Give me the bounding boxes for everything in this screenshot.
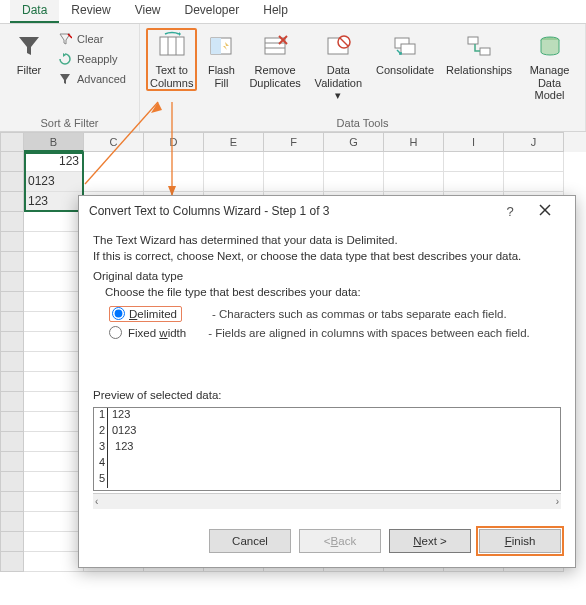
- preview-box: 1123 20123 3 123 4 5: [93, 407, 561, 491]
- group-label-datatools: Data Tools: [337, 115, 389, 129]
- clear-button[interactable]: Clear: [53, 30, 130, 48]
- finish-button[interactable]: Finish: [479, 529, 561, 553]
- cell[interactable]: [204, 172, 264, 192]
- tab-review[interactable]: Review: [59, 0, 122, 23]
- row-header[interactable]: [0, 292, 24, 312]
- row-header[interactable]: [0, 372, 24, 392]
- cell[interactable]: [24, 232, 84, 252]
- tab-help[interactable]: Help: [251, 0, 300, 23]
- row-header[interactable]: [0, 152, 24, 172]
- row-header[interactable]: [0, 512, 24, 532]
- cell[interactable]: [24, 512, 84, 532]
- col-header-j[interactable]: J: [504, 132, 564, 152]
- row-header[interactable]: [0, 412, 24, 432]
- row-header[interactable]: [0, 232, 24, 252]
- close-button[interactable]: [525, 204, 565, 219]
- preview-scrollbar[interactable]: ‹›: [93, 493, 561, 509]
- row-header[interactable]: [0, 212, 24, 232]
- fixed-width-radio[interactable]: [109, 326, 122, 339]
- row-header[interactable]: [0, 452, 24, 472]
- row-header[interactable]: [0, 332, 24, 352]
- cell[interactable]: [24, 492, 84, 512]
- row-header[interactable]: [0, 532, 24, 552]
- cell[interactable]: [444, 152, 504, 172]
- cell[interactable]: [144, 172, 204, 192]
- cell[interactable]: [264, 152, 324, 172]
- data-validation-button[interactable]: Data Validation ▾: [309, 28, 368, 104]
- tab-data[interactable]: Data: [10, 0, 59, 23]
- delimited-radio[interactable]: [112, 307, 125, 320]
- cell[interactable]: 0123: [24, 172, 84, 192]
- manage-data-model-button[interactable]: Manage Data Model: [520, 28, 579, 104]
- col-header-g[interactable]: G: [324, 132, 384, 152]
- tab-developer[interactable]: Developer: [173, 0, 252, 23]
- group-sort-filter: Filter Clear Reapply Advanced Sort & Fil…: [0, 24, 140, 131]
- cell[interactable]: [24, 472, 84, 492]
- row-header[interactable]: [0, 352, 24, 372]
- reapply-button[interactable]: Reapply: [53, 50, 130, 68]
- cell[interactable]: [24, 312, 84, 332]
- row-header[interactable]: [0, 192, 24, 212]
- row-header[interactable]: [0, 312, 24, 332]
- remove-duplicates-button[interactable]: Remove Duplicates: [245, 28, 304, 91]
- cell[interactable]: [24, 372, 84, 392]
- col-header-e[interactable]: E: [204, 132, 264, 152]
- cell[interactable]: 123: [24, 192, 84, 212]
- col-header-f[interactable]: F: [264, 132, 324, 152]
- relationships-button[interactable]: Relationships: [442, 28, 516, 79]
- row-header[interactable]: [0, 552, 24, 572]
- cell[interactable]: [24, 552, 84, 572]
- cell[interactable]: [504, 152, 564, 172]
- cell[interactable]: [24, 292, 84, 312]
- advanced-button[interactable]: Advanced: [53, 70, 130, 88]
- help-button[interactable]: ?: [495, 204, 525, 219]
- cell[interactable]: [24, 212, 84, 232]
- col-header-d[interactable]: D: [144, 132, 204, 152]
- row-header[interactable]: [0, 172, 24, 192]
- cell[interactable]: [24, 272, 84, 292]
- flash-fill-icon: [205, 30, 237, 62]
- cell[interactable]: [324, 172, 384, 192]
- fixed-width-label: Fixed width: [128, 327, 186, 339]
- cell[interactable]: [24, 452, 84, 472]
- cell[interactable]: [204, 152, 264, 172]
- cell[interactable]: [84, 172, 144, 192]
- cell[interactable]: [24, 252, 84, 272]
- next-button[interactable]: Next >: [389, 529, 471, 553]
- cell[interactable]: [144, 152, 204, 172]
- cell[interactable]: [24, 532, 84, 552]
- row-header[interactable]: [0, 432, 24, 452]
- row-header[interactable]: [0, 392, 24, 412]
- row-header[interactable]: [0, 272, 24, 292]
- cell[interactable]: [444, 172, 504, 192]
- cell[interactable]: [24, 332, 84, 352]
- cell[interactable]: [504, 172, 564, 192]
- cell[interactable]: [24, 392, 84, 412]
- cell[interactable]: [384, 172, 444, 192]
- wizard-line1: The Text Wizard has determined that your…: [93, 234, 561, 246]
- cell[interactable]: [264, 172, 324, 192]
- clear-icon: [57, 31, 73, 47]
- cell[interactable]: [24, 352, 84, 372]
- row-header[interactable]: [0, 472, 24, 492]
- col-header-b[interactable]: B: [24, 132, 84, 152]
- cell[interactable]: [324, 152, 384, 172]
- cancel-button[interactable]: Cancel: [209, 529, 291, 553]
- filter-button[interactable]: Filter: [9, 28, 49, 79]
- cell[interactable]: [24, 412, 84, 432]
- cell[interactable]: 123: [24, 152, 84, 172]
- text-to-columns-button[interactable]: Text to Columns: [146, 28, 197, 91]
- row-header[interactable]: [0, 492, 24, 512]
- flash-fill-button[interactable]: Flash Fill: [201, 28, 241, 91]
- select-all-corner[interactable]: [0, 132, 24, 152]
- row-header[interactable]: [0, 252, 24, 272]
- flash-fill-label: Flash Fill: [208, 64, 235, 89]
- col-header-c[interactable]: C: [84, 132, 144, 152]
- cell[interactable]: [24, 432, 84, 452]
- col-header-i[interactable]: I: [444, 132, 504, 152]
- col-header-h[interactable]: H: [384, 132, 444, 152]
- tab-view[interactable]: View: [123, 0, 173, 23]
- cell[interactable]: [84, 152, 144, 172]
- cell[interactable]: [384, 152, 444, 172]
- consolidate-button[interactable]: Consolidate: [372, 28, 438, 79]
